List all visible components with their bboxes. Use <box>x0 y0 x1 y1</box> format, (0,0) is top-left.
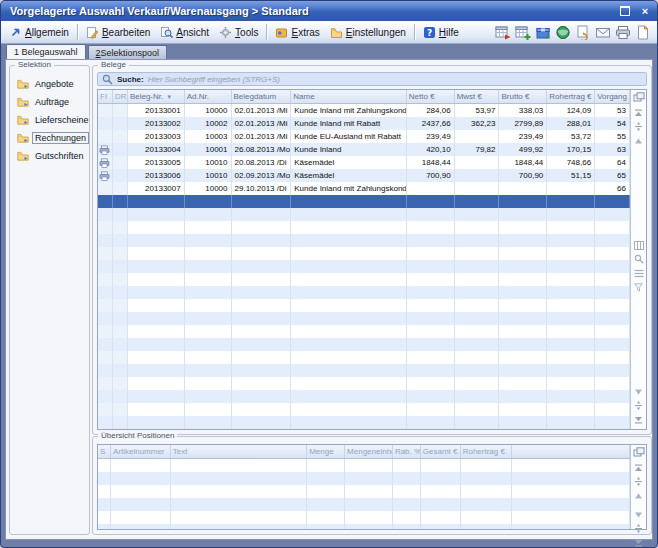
column-header-gesamt-[interactable]: Gesamt € <box>421 445 461 458</box>
scroll-page-down-icon[interactable] <box>633 524 644 533</box>
empty-row[interactable] <box>98 299 630 312</box>
search-grid-icon[interactable] <box>633 255 644 264</box>
empty-row[interactable] <box>98 273 630 286</box>
table-export-icon[interactable] <box>494 24 511 41</box>
empty-row[interactable] <box>98 498 630 511</box>
restore-button[interactable] <box>617 4 633 18</box>
empty-row[interactable] <box>98 485 630 498</box>
empty-row[interactable] <box>98 338 630 351</box>
scroll-page-up-icon[interactable] <box>633 477 644 486</box>
empty-row[interactable] <box>98 221 630 234</box>
empty-row[interactable] <box>98 286 630 299</box>
empty-row[interactable] <box>98 472 630 485</box>
cell-netto <box>407 208 455 221</box>
empty-row[interactable] <box>98 403 630 416</box>
empty-row[interactable] <box>98 208 630 221</box>
menu-tools[interactable]: Tools <box>214 21 263 43</box>
menu-bearbeiten[interactable]: Bearbeiten <box>81 21 155 43</box>
empty-row[interactable] <box>98 524 630 529</box>
column-header-beleg_nr[interactable]: Beleg-Nr.▼ <box>128 90 185 103</box>
column-header-artikelnummer[interactable]: Artikelnummer <box>111 445 171 458</box>
table-row[interactable]: 201330061001002.09.2013 /MoKäsemädel700,… <box>98 169 630 182</box>
column-header-rab-[interactable]: Rab. % <box>393 445 421 458</box>
column-header-belegdatum[interactable]: Belegdatum <box>232 90 292 103</box>
column-header-vorgang[interactable]: Vorgang <box>595 90 630 103</box>
filter-icon[interactable] <box>633 283 644 292</box>
scroll-page-up-icon[interactable] <box>633 122 644 131</box>
empty-row[interactable] <box>98 325 630 338</box>
table-row[interactable]: 201330021000202.01.2013 /MiKunde Inland … <box>98 117 630 130</box>
empty-row[interactable] <box>98 511 630 524</box>
menu-hilfe[interactable]: ?Hilfe <box>418 21 464 43</box>
empty-row[interactable] <box>98 390 630 403</box>
selected-row[interactable] <box>98 195 630 208</box>
close-button[interactable]: × <box>637 4 653 18</box>
column-header-name[interactable]: Name <box>291 90 407 103</box>
column-header-netto[interactable]: Netto € <box>407 90 455 103</box>
column-header-rohertrag[interactable]: Rohertrag € <box>547 90 595 103</box>
columns-icon[interactable] <box>633 241 644 250</box>
mail-icon[interactable] <box>594 24 611 41</box>
table-add-icon[interactable] <box>514 24 531 41</box>
column-header-ad_nr[interactable]: Ad.Nr. <box>185 90 232 103</box>
package-icon[interactable] <box>534 24 551 41</box>
column-header-mwst[interactable]: Mwst € <box>455 90 500 103</box>
scroll-bottom-icon[interactable] <box>633 415 644 424</box>
column-header-s[interactable]: S <box>98 445 111 458</box>
scroll-page-down-icon[interactable] <box>633 401 644 410</box>
cell-netto: 239,49 <box>407 130 455 143</box>
menu-label: Einstellungen <box>346 27 406 38</box>
empty-row[interactable] <box>98 459 630 472</box>
menu-allgemein[interactable]: Allgemein <box>4 21 74 43</box>
cell-netto: 420,10 <box>407 143 455 156</box>
empty-row[interactable] <box>98 247 630 260</box>
menu-ansicht[interactable]: Ansicht <box>155 21 214 43</box>
column-header-brutto[interactable]: Brutto € <box>499 90 547 103</box>
scroll-up-icon[interactable] <box>633 136 644 145</box>
scroll-up-icon[interactable] <box>633 491 644 500</box>
empty-row[interactable] <box>98 260 630 273</box>
sidebar-item-auftr-ge[interactable]: Aufträge <box>10 93 89 111</box>
scroll-down-icon[interactable] <box>633 510 644 519</box>
column-header-mengeneinheit[interactable]: Mengeneinheit <box>345 445 393 458</box>
empty-row[interactable] <box>98 416 630 429</box>
sidebar-item-lieferscheine[interactable]: Lieferscheine <box>10 111 89 129</box>
empty-row[interactable] <box>98 312 630 325</box>
column-header-menge[interactable]: Menge <box>307 445 345 458</box>
scroll-bottom-icon[interactable] <box>633 538 644 547</box>
table-row[interactable]: 201330051001020.08.2013 /DiKäsemädel1848… <box>98 156 630 169</box>
scroll-top-icon[interactable] <box>633 108 644 117</box>
menu-extras[interactable]: Extras <box>270 21 324 43</box>
sidebar-item-label: Gutschriften <box>32 150 87 162</box>
table-row[interactable]: 201330011000002.01.2013 /MiKunde Inland … <box>98 104 630 117</box>
empty-row[interactable] <box>98 234 630 247</box>
table-row[interactable]: 201330031000302.01.2013 /MiKunde EU-Ausl… <box>98 130 630 143</box>
list-icon[interactable] <box>633 269 644 278</box>
sidebar-item-gutschriften[interactable]: Gutschriften <box>10 147 89 165</box>
column-chooser-icon[interactable] <box>633 90 645 103</box>
menu-einstellungen[interactable]: Einstellungen <box>325 21 411 43</box>
empty-row[interactable] <box>98 377 630 390</box>
sidebar-item-angebote[interactable]: Angebote <box>10 75 89 93</box>
column-header-fi[interactable]: FI <box>98 90 113 103</box>
print-icon[interactable] <box>614 24 631 41</box>
cell-belegdatum <box>232 260 292 273</box>
empty-row[interactable] <box>98 364 630 377</box>
cell-fi <box>98 117 113 130</box>
globe-icon[interactable] <box>554 24 571 41</box>
new-document-icon[interactable] <box>634 24 651 41</box>
column-chooser-icon[interactable] <box>633 445 645 458</box>
column-header-text[interactable]: Text <box>171 445 307 458</box>
tab-2-selektionspool[interactable]: 2 Selektionspool <box>88 45 168 59</box>
scroll-down-icon[interactable] <box>633 387 644 396</box>
tab-1-belegauswahl[interactable]: 1 Belegauswahl <box>6 44 86 59</box>
table-row[interactable]: 201330041000126.08.2013 /MoKunde Inland4… <box>98 143 630 156</box>
document-refresh-icon[interactable] <box>574 24 591 41</box>
empty-row[interactable] <box>98 351 630 364</box>
search-input[interactable] <box>148 74 642 84</box>
scroll-top-icon[interactable] <box>633 463 644 472</box>
table-row[interactable]: 201330071000029.10.2013 /DiKunde Inland … <box>98 182 630 195</box>
column-header-rohertrag-[interactable]: Rohertrag € <box>461 445 513 458</box>
sidebar-item-rechnungen[interactable]: Rechnungen <box>10 129 89 147</box>
column-header-dr[interactable]: DR <box>113 90 128 103</box>
